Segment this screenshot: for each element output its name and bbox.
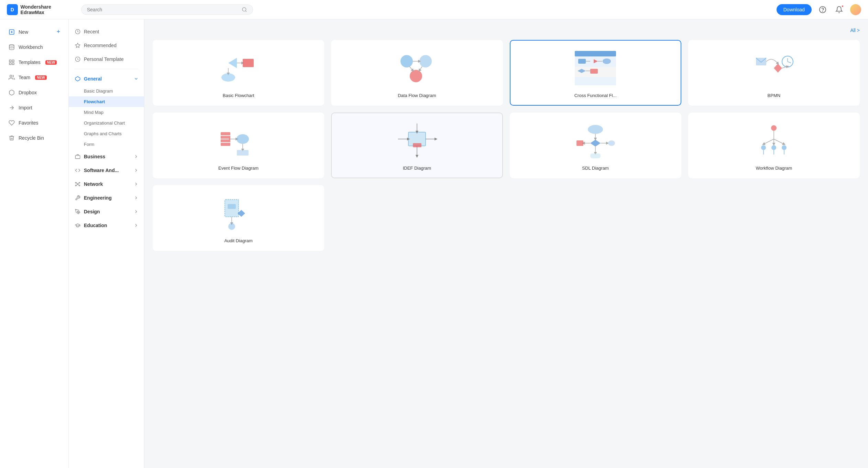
diagram-card-idef[interactable]: IDEF Diagram — [331, 113, 503, 178]
all-link[interactable]: All > — [850, 28, 860, 33]
personal-template-icon — [74, 56, 81, 63]
workbench-icon — [8, 44, 15, 51]
clock-icon — [74, 28, 81, 35]
category-design[interactable]: Design — [69, 205, 144, 219]
notification-icon-button[interactable] — [834, 4, 845, 15]
dropbox-icon — [8, 89, 15, 96]
header-right: Download — [777, 4, 861, 15]
svg-line-31 — [409, 66, 413, 71]
svg-point-75 — [771, 145, 776, 150]
notification-badge — [841, 5, 844, 8]
card-visual-basic-flowchart — [160, 47, 317, 89]
card-visual-cross-functional — [517, 47, 674, 89]
svg-point-28 — [410, 70, 422, 82]
chevron-right-icon-6 — [134, 223, 139, 228]
card-visual-bpmn — [696, 47, 852, 89]
chevron-right-icon-4 — [134, 195, 139, 200]
sub-item-flowchart[interactable]: Flowchart — [69, 96, 144, 107]
search-bar[interactable] — [81, 4, 253, 15]
mid-item-personal-template[interactable]: Personal Template — [69, 52, 144, 66]
category-engineering[interactable]: Engineering — [69, 191, 144, 205]
cat-left-network: Network — [74, 181, 103, 188]
help-icon-button[interactable] — [817, 4, 828, 15]
svg-point-74 — [761, 145, 766, 150]
sidebar-item-import[interactable]: Import — [3, 101, 66, 115]
card-visual-sdl — [517, 120, 674, 161]
search-input[interactable] — [87, 7, 239, 12]
header: D Wondershare EdrawMax Download — [0, 0, 868, 19]
logo-area: D Wondershare EdrawMax — [7, 4, 76, 15]
category-software[interactable]: Software And... — [69, 163, 144, 177]
question-icon — [819, 6, 826, 13]
sidebar-item-new[interactable]: New + — [3, 25, 66, 39]
card-visual-idef — [339, 120, 495, 161]
diagram-card-event-flow[interactable]: Event Flow Diagram — [153, 113, 324, 178]
svg-point-76 — [782, 145, 787, 150]
diagram-card-sdl[interactable]: SDL Diagram — [510, 113, 681, 178]
sub-item-form[interactable]: Form — [69, 139, 144, 150]
diagram-grid: Basic Flowchart — [153, 40, 860, 251]
sub-item-org-chart[interactable]: Organizational Chart — [69, 118, 144, 128]
diagram-card-workflow[interactable]: Workflow Diagram — [688, 113, 860, 178]
category-label-business: Business — [84, 154, 105, 159]
diagram-card-audit[interactable]: Audit Diagram — [153, 185, 324, 251]
sub-item-mind-map[interactable]: Mind Map — [69, 107, 144, 118]
svg-point-26 — [400, 55, 413, 67]
search-icon — [242, 7, 247, 12]
card-label-idef: IDEF Diagram — [403, 166, 431, 171]
card-visual-data-flow — [339, 47, 495, 89]
cat-left-engineering: Engineering — [74, 194, 112, 201]
card-visual-event-flow — [160, 120, 317, 161]
card-visual-audit — [160, 193, 317, 234]
svg-point-19 — [79, 185, 80, 186]
svg-point-18 — [75, 185, 76, 186]
sidebar-item-team[interactable]: Team NEW — [3, 71, 66, 84]
cat-left-general: General — [74, 75, 102, 82]
download-button[interactable]: Download — [777, 4, 812, 15]
diagram-card-basic-flowchart[interactable]: Basic Flowchart — [153, 40, 324, 106]
mid-label-personal-template: Personal Template — [84, 56, 124, 62]
design-cat-icon — [74, 208, 81, 215]
sidebar-item-recycle-bin[interactable]: Recycle Bin — [3, 131, 66, 145]
mid-item-recommended[interactable]: Recommended — [69, 39, 144, 52]
svg-point-73 — [771, 125, 777, 131]
content-header: All > — [153, 28, 860, 33]
diagram-card-cross-functional[interactable]: Cross Functional Fl... — [510, 40, 681, 106]
svg-point-15 — [77, 184, 78, 185]
diagram-card-bpmn[interactable]: BPMN — [688, 40, 860, 106]
card-label-sdl: SDL Diagram — [582, 166, 609, 171]
category-network[interactable]: Network — [69, 177, 144, 191]
sidebar-item-templates[interactable]: Templates NEW — [3, 55, 66, 69]
engineering-cat-icon — [74, 194, 81, 201]
diagram-card-data-flow[interactable]: Data Flow Diagram — [331, 40, 503, 106]
sidebar-item-workbench[interactable]: Workbench — [3, 40, 66, 54]
svg-point-70 — [608, 140, 615, 146]
category-label-network: Network — [84, 181, 103, 187]
templates-icon — [8, 59, 15, 66]
favorites-icon — [8, 119, 15, 126]
main-layout: New + Workbench Templates NEW — [0, 19, 868, 468]
category-general[interactable]: General — [69, 72, 144, 86]
plus-icon: + — [56, 28, 60, 35]
category-education[interactable]: Education — [69, 219, 144, 232]
svg-point-88 — [228, 223, 235, 230]
user-avatar[interactable] — [850, 4, 861, 15]
svg-rect-8 — [12, 63, 14, 65]
sub-item-graphs-charts[interactable]: Graphs and Charts — [69, 128, 144, 139]
svg-marker-48 — [774, 64, 782, 73]
cat-left-design: Design — [74, 208, 100, 215]
svg-point-16 — [75, 182, 76, 183]
sidebar-label-templates: Templates — [19, 60, 41, 65]
svg-marker-21 — [228, 58, 237, 68]
app-name: Wondershare EdrawMax — [21, 4, 76, 15]
svg-rect-14 — [75, 156, 80, 159]
sub-item-basic-diagram[interactable]: Basic Diagram — [69, 86, 144, 96]
category-business[interactable]: Business — [69, 150, 144, 163]
sidebar-item-dropbox[interactable]: Dropbox — [3, 86, 66, 99]
mid-item-recent[interactable]: Recent — [69, 25, 144, 39]
sidebar-item-favorites[interactable]: Favorites — [3, 116, 66, 130]
app-logo-icon: D — [7, 4, 18, 15]
svg-point-9 — [10, 75, 12, 77]
network-cat-icon — [74, 181, 81, 188]
software-cat-icon — [74, 167, 81, 174]
